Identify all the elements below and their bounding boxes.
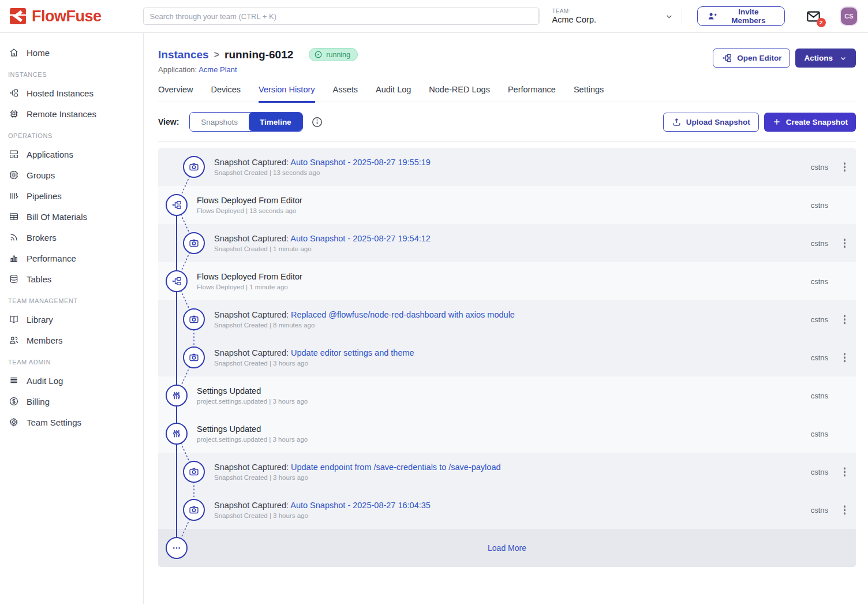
create-snapshot-label: Create Snapshot [786,118,848,126]
create-snapshot-button[interactable]: Create Snapshot [764,113,856,132]
divider [539,9,540,23]
sidebar-item-home[interactable]: Home [0,42,143,63]
sidebar-item-hosted-instances[interactable]: Hosted Instances [0,83,143,103]
sidebar-item-label: Performance [27,253,76,263]
snapshot-link[interactable]: Auto Snapshot - 2025-08-27 19:54:12 [290,234,431,243]
sidebar-item-pipelines[interactable]: Pipelines [0,185,143,206]
kebab-menu-icon[interactable] [841,503,848,517]
load-more-link[interactable]: Load More [488,543,526,553]
search-input[interactable] [143,8,539,25]
upload-snapshot-button[interactable]: Upload Snapshot [663,113,759,132]
sidebar-item-label: Applications [27,150,73,159]
camera-icon [183,156,205,178]
row-user: cstns [811,506,828,514]
view-toggle-timeline[interactable]: Timeline [249,113,302,131]
invite-members-button[interactable]: Invite Members [697,6,785,26]
snapshot-link[interactable]: Update editor settings and theme [291,348,414,357]
notification-badge: 2 [817,18,826,27]
snapshot-link[interactable]: Auto Snapshot - 2025-08-27 16:04:35 [290,501,431,510]
tab-devices[interactable]: Devices [211,85,241,103]
node-red-flow-icon [721,53,732,64]
sidebar-item-billing[interactable]: Billing [0,391,143,412]
upload-snapshot-label: Upload Snapshot [686,118,750,126]
row-user: cstns [811,239,828,248]
team-selector[interactable]: TEAM: Acme Corp. [546,8,682,24]
settings-event-icon [166,385,188,407]
sidebar-item-members[interactable]: Members [0,330,143,351]
info-icon[interactable] [311,116,323,128]
chevron-down-icon[interactable] [665,12,674,21]
view-label: View: [158,117,179,126]
sidebar-item-bill-of-materials[interactable]: Bill Of Materials [0,206,143,227]
tab-overview[interactable]: Overview [158,85,193,103]
sidebar-item-team-settings[interactable]: Team Settings [0,412,143,433]
kebab-menu-icon[interactable] [841,465,848,479]
snapshot-link[interactable]: Replaced @flowfuse/node-red-dashboard wi… [291,310,515,319]
event-title: Settings Updated [197,386,261,396]
sidebar-item-tables[interactable]: Tables [0,269,143,289]
brokers-icon [9,232,19,243]
timeline-row: Flows Deployed From EditorFlows Deployed… [158,186,856,224]
tab-version-history[interactable]: Version History [259,85,315,103]
row-user: cstns [811,468,828,476]
sidebar-item-applications[interactable]: Applications [0,144,143,165]
sidebar: HomeINSTANCESHosted InstancesRemote Inst… [0,33,144,604]
tab-node-red-logs[interactable]: Node-RED Logs [429,85,490,103]
sidebar-section-header: TEAM ADMIN [0,351,143,370]
kebab-menu-icon[interactable] [841,312,848,326]
row-user: cstns [811,277,828,286]
timeline-row: Snapshot Captured: Auto Snapshot - 2025-… [158,148,856,186]
tab-assets[interactable]: Assets [333,85,358,103]
pipelines-icon [9,191,19,201]
invite-members-label: Invite Members [722,8,775,25]
sidebar-item-audit-log[interactable]: Audit Log [0,370,143,391]
kebab-menu-icon[interactable] [841,236,848,250]
deploy-icon [166,270,188,292]
snapshot-link[interactable]: Auto Snapshot - 2025-08-27 19:55:19 [290,158,431,167]
divider [682,9,682,23]
sidebar-item-label: Groups [27,170,55,180]
sidebar-item-groups[interactable]: Groups [0,165,143,185]
sidebar-item-brokers[interactable]: Brokers [0,227,143,248]
sidebar-item-performance[interactable]: Performance [0,248,143,269]
kebab-menu-icon[interactable] [841,160,848,174]
timeline-row: Snapshot Captured: Update editor setting… [158,338,856,376]
timeline-row: Snapshot Captured: Auto Snapshot - 2025-… [158,224,856,262]
view-toggle-snapshots[interactable]: Snapshots [190,113,249,131]
timeline-row-title: Settings Updated [197,424,856,434]
sidebar-item-label: Pipelines [27,191,62,201]
user-plus-icon [707,11,717,21]
actions-label: Actions [804,54,833,62]
audit-log-icon [9,375,19,386]
snapshot-captured-prefix: Snapshot Captured: [214,310,291,319]
sidebar-item-library[interactable]: Library [0,309,143,330]
kebab-menu-icon[interactable] [841,351,848,364]
row-user: cstns [811,163,828,171]
application-link[interactable]: Acme Plant [199,65,237,74]
actions-button[interactable]: Actions [795,49,856,68]
sidebar-item-remote-instances[interactable]: Remote Instances [0,103,143,124]
timeline-row: Settings Updatedproject.settings.updated… [158,415,856,453]
notifications-mail-icon[interactable]: 2 [806,9,821,24]
timeline-row-subtext: Flows Deployed | 1 minute ago [197,284,856,290]
members-icon [9,335,19,345]
avatar[interactable]: CS [841,8,857,25]
event-title: Flows Deployed From Editor [197,272,302,281]
event-title: Settings Updated [197,424,261,434]
breadcrumb-separator: > [214,50,219,60]
timeline-row-title: Snapshot Captured: Replaced @flowfuse/no… [214,310,856,319]
snapshot-captured-prefix: Snapshot Captured: [214,158,290,167]
open-editor-button[interactable]: Open Editor [713,49,790,68]
flowfuse-logo-icon [9,8,27,25]
tab-audit-log[interactable]: Audit Log [376,85,411,103]
tab-performance[interactable]: Performance [508,85,556,103]
timeline-row-title: Flows Deployed From Editor [197,196,856,205]
tab-settings[interactable]: Settings [574,85,604,103]
camera-icon [183,232,205,254]
timeline-row-title: Snapshot Captured: Auto Snapshot - 2025-… [214,234,856,243]
breadcrumb-instances-link[interactable]: Instances [158,49,209,61]
sidebar-item-label: Brokers [27,233,57,243]
bill-of-materials-icon [9,211,19,222]
row-user: cstns [811,315,828,324]
snapshot-link[interactable]: Update endpoint from /save-credentials t… [291,463,501,472]
